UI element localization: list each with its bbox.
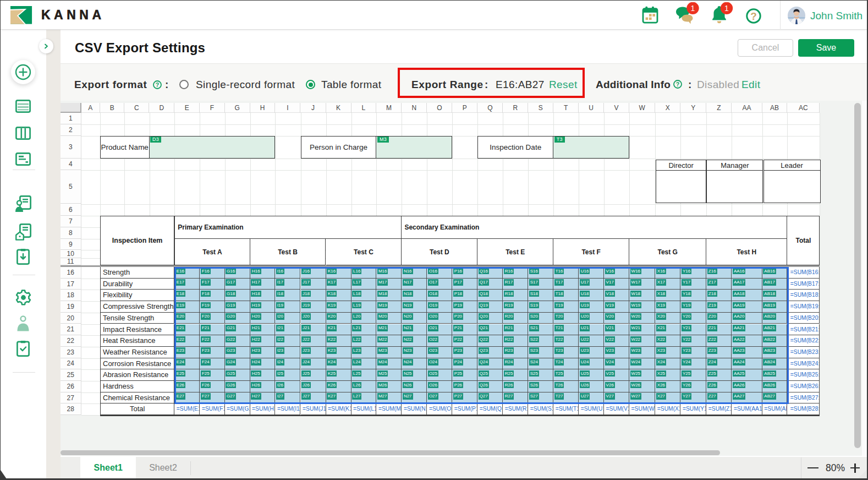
- svg-text:1: 1: [691, 4, 695, 13]
- svg-text:?: ?: [750, 10, 757, 21]
- svg-text:?: ?: [676, 81, 679, 88]
- svg-text:1: 1: [724, 4, 729, 13]
- svg-text:?: ?: [156, 81, 159, 88]
